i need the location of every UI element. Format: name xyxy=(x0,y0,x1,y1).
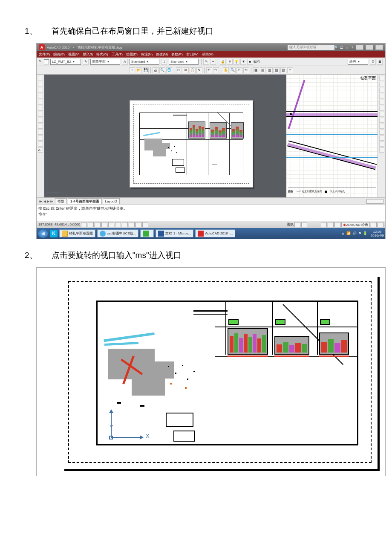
ws-settings-icon[interactable]: ≣ xyxy=(377,59,383,65)
menu-edit[interactable]: 编辑(E) xyxy=(53,52,65,57)
copy-mod-icon[interactable] xyxy=(379,82,384,87)
ann-vis-icon[interactable] xyxy=(328,222,334,227)
array-icon[interactable] xyxy=(379,100,384,105)
tab-layout2[interactable]: Layout2 xyxy=(103,198,120,204)
tray-icon-1[interactable] xyxy=(371,222,377,227)
snap-icon[interactable] xyxy=(81,222,87,227)
tab-layout1[interactable]: 1-4号路西段平面图 xyxy=(68,198,102,204)
dimstyle-icon[interactable]: ⟟ xyxy=(161,59,167,65)
zoom-rt-icon[interactable]: 🔍 xyxy=(230,67,236,73)
text-icon[interactable]: A xyxy=(38,147,43,153)
offset-icon[interactable] xyxy=(379,94,384,99)
ellipse-icon[interactable] xyxy=(38,118,43,123)
tray-vol-icon[interactable]: 🔊 xyxy=(352,231,357,235)
new-icon[interactable]: □ xyxy=(129,67,135,73)
tab-model[interactable]: 模型 xyxy=(55,198,67,204)
spline-icon[interactable] xyxy=(38,112,43,117)
maximize-button[interactable]: □ xyxy=(366,45,373,50)
arc-icon[interactable] xyxy=(38,100,43,105)
task-qiyi[interactable] xyxy=(140,229,154,237)
menu-format[interactable]: 格式(O) xyxy=(96,52,108,57)
viewport-frame[interactable] xyxy=(139,113,243,175)
polar-icon[interactable] xyxy=(101,222,107,227)
layer-state-icon[interactable]: ✎ xyxy=(83,59,89,65)
sun-icon[interactable]: ☀ xyxy=(240,59,246,65)
point-icon[interactable] xyxy=(38,130,43,135)
tray-up-icon[interactable]: ▲ xyxy=(341,231,345,235)
app-small-icon[interactable]: A xyxy=(39,59,44,64)
calc-icon[interactable]: ▨ xyxy=(280,67,286,73)
hscroll[interactable] xyxy=(366,199,383,204)
help-search[interactable]: 键入关键字或短语 xyxy=(288,45,334,50)
tray-flag-icon[interactable]: ⚑ xyxy=(358,231,361,235)
tab-first-icon[interactable]: ⏮ xyxy=(39,199,43,203)
textstyle-dropdown[interactable]: Standard▾ xyxy=(130,59,159,65)
menu-insert[interactable]: 插入(I) xyxy=(83,52,93,57)
search-icon[interactable]: 🔍 xyxy=(334,46,339,49)
paste-icon[interactable]: 📋 xyxy=(190,67,196,73)
pan-icon[interactable]: ✋ xyxy=(223,67,229,73)
scale-mod-icon[interactable] xyxy=(379,118,384,123)
dyn-icon[interactable] xyxy=(129,222,135,227)
ortho-icon[interactable] xyxy=(95,222,101,227)
qp-icon[interactable] xyxy=(142,222,148,227)
pline-icon[interactable] xyxy=(38,82,43,87)
drawing-canvas[interactable]: 钻孔平面 图例 I —I' 地质剖面线及编号 取土试样钻孔 xyxy=(44,75,378,197)
tab-last-icon[interactable]: ⏭ xyxy=(50,199,54,203)
extend-icon[interactable] xyxy=(379,136,384,141)
osnap-icon[interactable] xyxy=(108,222,114,227)
menu-window[interactable]: 窗口(W) xyxy=(186,52,199,57)
polygon-icon[interactable] xyxy=(38,88,43,93)
preview-icon[interactable]: 🔍 xyxy=(159,67,165,73)
kk-icon[interactable]: K xyxy=(50,230,58,237)
block-icon[interactable] xyxy=(38,136,43,141)
menu-help[interactable]: 帮助(H) xyxy=(202,52,213,57)
layer-dropdown[interactable]: LZ_PMT_BZ▾ xyxy=(50,59,81,65)
rect-icon[interactable] xyxy=(38,94,43,99)
menu-tools[interactable]: 工具(T) xyxy=(112,52,123,57)
lock-icon[interactable]: 🔒 xyxy=(220,59,226,65)
line-icon[interactable] xyxy=(38,76,43,81)
sb-icon-2[interactable] xyxy=(301,222,307,227)
task-ie[interactable]: cad标图中UCS旋... xyxy=(97,229,138,237)
table-icon[interactable] xyxy=(38,142,43,147)
help-icon[interactable]: ? xyxy=(350,46,355,49)
erase-icon[interactable] xyxy=(379,76,384,81)
mirror-icon[interactable] xyxy=(379,88,384,93)
tray-icon-2[interactable] xyxy=(378,222,383,227)
menu-modify[interactable]: 修改(M) xyxy=(156,52,168,57)
circle-icon[interactable] xyxy=(38,106,43,111)
start-button[interactable]: ⊞ xyxy=(38,229,48,238)
match-icon[interactable]: ✎ xyxy=(196,67,202,73)
workspace-dropdown[interactable]: 经典▾ xyxy=(348,59,368,65)
clock[interactable]: 12:05 2016/4/9 xyxy=(371,230,384,237)
explode-icon[interactable] xyxy=(379,147,384,153)
task-autocad[interactable]: AutoCAD 2010 -... xyxy=(195,229,235,237)
zoom-win-icon[interactable]: ⊡ xyxy=(236,67,242,73)
ducs-icon[interactable] xyxy=(122,222,128,227)
cut-icon[interactable]: ✂ xyxy=(176,67,182,73)
help2-icon[interactable]: ? xyxy=(287,67,293,73)
command-area[interactable]: 按 Esc 或 Enter 键退出，或单击右键显示快捷菜单。 命令: xyxy=(37,205,385,221)
gear-icon[interactable]: ⚙ xyxy=(370,59,376,65)
ann-scale-icon[interactable] xyxy=(321,222,327,227)
task-word[interactable]: 文档 1 - Micros... xyxy=(156,229,193,237)
paper-label[interactable]: 图纸 xyxy=(287,222,294,227)
star-icon[interactable]: ☆ xyxy=(345,46,349,49)
open-icon[interactable]: 📂 xyxy=(136,67,142,73)
task-folder[interactable]: 钻孔平面布置图 xyxy=(59,229,95,237)
otrack-icon[interactable] xyxy=(115,222,121,227)
tab-prev-icon[interactable]: ◀ xyxy=(43,199,46,203)
menu-param[interactable]: 参数(P) xyxy=(171,52,183,57)
lwt-icon[interactable] xyxy=(135,222,141,227)
tpalette-icon[interactable]: ▥ xyxy=(267,67,273,73)
move-icon[interactable] xyxy=(379,106,384,111)
trim-icon[interactable] xyxy=(379,130,384,135)
cmd-prompt[interactable]: 命令: xyxy=(38,211,383,217)
fillet-icon[interactable] xyxy=(379,142,384,147)
ws-switch[interactable]: ◉AutoCAD 经典 xyxy=(341,222,370,227)
dcenter-icon[interactable]: ▤ xyxy=(260,67,266,73)
undo-icon[interactable]: ↶ xyxy=(206,67,212,73)
copy-icon[interactable]: ⧉ xyxy=(183,67,189,73)
sub-icon[interactable]: ⬓ xyxy=(340,46,344,49)
